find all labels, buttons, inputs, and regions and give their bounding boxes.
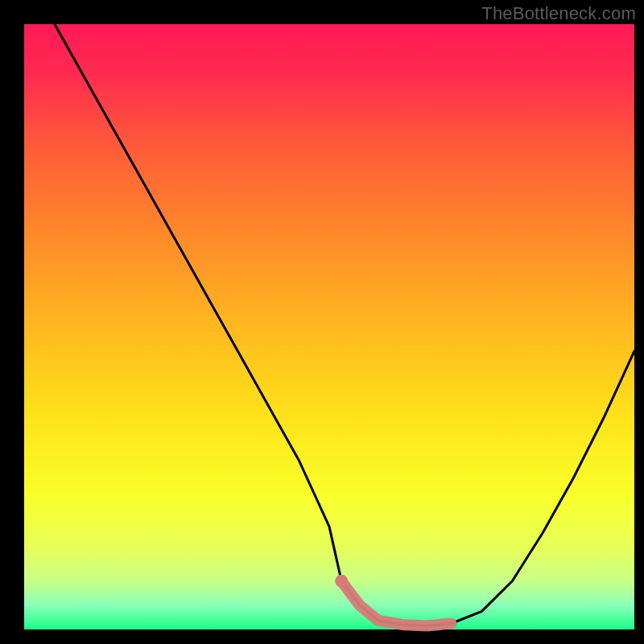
plot-background: [24, 24, 634, 630]
bottleneck-chart: [0, 0, 644, 644]
chart-stage: TheBottleneck.com: [0, 0, 644, 644]
highlight-start-dot: [335, 575, 348, 588]
watermark-text: TheBottleneck.com: [481, 3, 636, 24]
